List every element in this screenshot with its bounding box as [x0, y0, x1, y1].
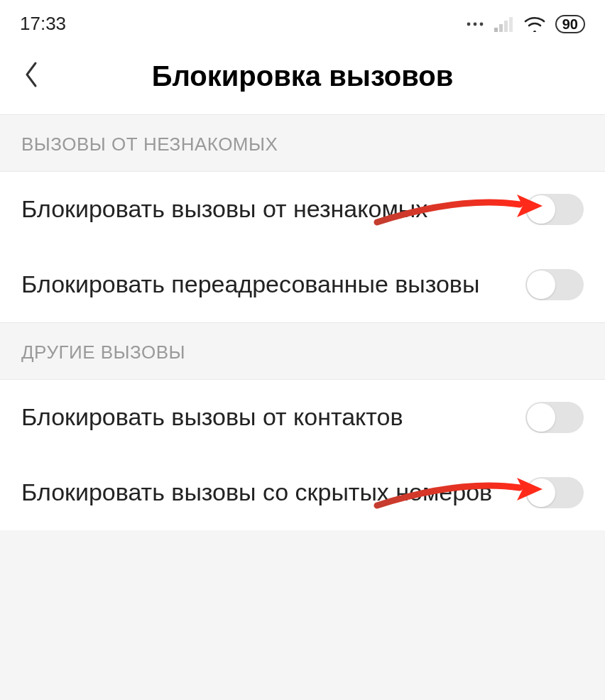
- section-header-unknown: ВЫЗОВЫ ОТ НЕЗНАКОМЫХ: [0, 114, 605, 172]
- svg-rect-5: [504, 21, 508, 32]
- toggle-knob: [527, 478, 555, 507]
- battery-badge: 90: [555, 15, 585, 33]
- header: Блокировка вызовов: [0, 45, 605, 114]
- toggle-knob: [527, 270, 555, 299]
- row-label: Блокировать вызовы от контактов: [21, 401, 511, 434]
- more-icon: [466, 21, 484, 28]
- toggle-block-contacts[interactable]: [525, 402, 584, 433]
- status-right: 90: [466, 15, 585, 33]
- row-block-contacts[interactable]: Блокировать вызовы от контактов: [0, 380, 605, 455]
- svg-rect-6: [509, 17, 513, 32]
- list-unknown: Блокировать вызовы от незнакомых Блокиро…: [0, 172, 605, 322]
- chevron-left-icon: [23, 60, 40, 92]
- svg-point-1: [473, 22, 476, 26]
- svg-point-0: [467, 22, 470, 26]
- row-label: Блокировать вызовы от незнакомых: [21, 193, 511, 226]
- back-button[interactable]: [14, 59, 48, 93]
- row-block-unknown[interactable]: Блокировать вызовы от незнакомых: [0, 172, 605, 247]
- toggle-block-forwarded[interactable]: [525, 269, 584, 300]
- list-other: Блокировать вызовы от контактов Блокиров…: [0, 380, 605, 530]
- signal-icon: [494, 16, 514, 32]
- wifi-icon: [524, 16, 545, 32]
- toggle-knob: [527, 195, 555, 224]
- toggle-block-hidden[interactable]: [525, 477, 584, 508]
- row-block-hidden[interactable]: Блокировать вызовы со скрытых номеров: [0, 455, 605, 530]
- status-bar: 17:33 90: [0, 0, 605, 45]
- toggle-block-unknown[interactable]: [525, 194, 584, 225]
- status-time: 17:33: [20, 13, 66, 35]
- section-header-other: ДРУГИЕ ВЫЗОВЫ: [0, 322, 605, 380]
- toggle-knob: [527, 403, 555, 432]
- row-block-forwarded[interactable]: Блокировать переадресованные вызовы: [0, 247, 605, 322]
- row-label: Блокировать вызовы со скрытых номеров: [21, 476, 511, 509]
- svg-point-2: [479, 22, 483, 26]
- row-label: Блокировать переадресованные вызовы: [21, 268, 511, 301]
- svg-rect-4: [499, 24, 503, 32]
- page-title: Блокировка вызовов: [48, 60, 557, 92]
- svg-rect-3: [494, 28, 498, 32]
